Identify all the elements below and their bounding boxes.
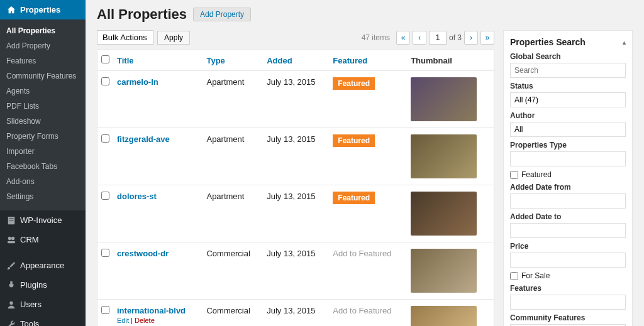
submenu-item[interactable]: Community Features [0, 68, 86, 84]
item-count: 47 items [362, 33, 390, 42]
price-select[interactable] [510, 253, 626, 268]
property-added: July 13, 2015 [263, 71, 329, 128]
col-type[interactable]: Type [203, 50, 263, 71]
sidebar-item-users[interactable]: Users [0, 295, 86, 314]
col-title[interactable]: Title [113, 50, 203, 71]
pagination: 47 items « ‹ of 3 › » [362, 31, 494, 45]
row-edit[interactable]: Edit [117, 317, 129, 324]
page-current-input[interactable] [429, 31, 447, 45]
date-to-input[interactable] [510, 223, 626, 238]
brush-icon [5, 261, 18, 270]
property-title-link[interactable]: carmelo-ln [117, 77, 158, 87]
row-checkbox[interactable] [101, 192, 109, 200]
row-checkbox[interactable] [101, 249, 109, 257]
submenu-item[interactable]: Settings [0, 189, 86, 204]
status-select[interactable]: All (47) [510, 92, 626, 107]
sidebar-item-label: Tools [20, 319, 39, 326]
status-label: Status [510, 82, 626, 90]
property-type: Apartment [203, 185, 263, 242]
submenu-item[interactable]: Agents [0, 84, 86, 99]
table-row: international-blvdEdit | DeleteCommercia… [97, 300, 494, 327]
admin-sidebar: Properties All PropertiesAdd PropertyFea… [0, 0, 86, 326]
date-from-input[interactable] [510, 193, 626, 209]
page-title: All Properties [97, 6, 187, 23]
sidebar-submenu: All PropertiesAdd PropertyFeaturesCommun… [0, 19, 86, 210]
price-label: Price [510, 242, 626, 251]
property-title-link[interactable]: international-blvd [117, 306, 186, 315]
svg-point-6 [9, 301, 13, 304]
add-to-featured-link[interactable]: Add to Featured [333, 249, 391, 258]
add-property-button[interactable]: Add Property [193, 8, 251, 21]
thumbnail-image [411, 306, 477, 326]
sidebar-item-appearance[interactable]: Appearance [0, 256, 86, 275]
features-label: Features [510, 284, 626, 293]
featured-badge: Featured [333, 192, 375, 204]
sidebar-item-crm[interactable]: CRM [0, 230, 86, 249]
sidebar-item-properties[interactable]: Properties [0, 0, 86, 19]
property-added: July 13, 2015 [263, 185, 329, 242]
property-title-link[interactable]: dolores-st [117, 192, 157, 201]
global-search-input[interactable] [510, 63, 626, 78]
row-checkbox[interactable] [101, 306, 109, 314]
property-title-link[interactable]: fitzgerald-ave [117, 134, 170, 144]
wrench-icon [5, 320, 18, 327]
submenu-item[interactable]: Features [0, 53, 86, 68]
submenu-item[interactable]: All Properties [0, 23, 86, 38]
table-row: carmelo-lnApartmentJuly 13, 2015Featured [97, 71, 494, 128]
row-checkbox[interactable] [101, 77, 109, 85]
table-row: dolores-stApartmentJuly 13, 2015Featured [97, 185, 494, 242]
property-type: Commercial [203, 242, 263, 300]
col-featured[interactable]: Featured [329, 50, 407, 71]
user-icon [5, 300, 18, 309]
thumbnail-image [411, 249, 477, 293]
sidebar-item-plugins[interactable]: Plugins [0, 275, 86, 295]
page-next-button[interactable]: › [464, 31, 478, 45]
col-added[interactable]: Added [263, 50, 329, 71]
bulk-actions-select[interactable]: Bulk Actions [97, 30, 153, 45]
add-to-featured-link[interactable]: Add to Featured [333, 306, 391, 315]
submenu-item[interactable]: Property Forms [0, 129, 86, 144]
community-label: Community Features [510, 313, 626, 322]
property-type: Apartment [203, 128, 263, 185]
select-all-checkbox[interactable] [101, 55, 109, 63]
submenu-item[interactable]: Slideshow [0, 114, 86, 129]
submenu-item[interactable]: Facebook Tabs [0, 159, 86, 174]
submenu-item[interactable]: PDF Lists [0, 99, 86, 114]
sidebar-item-label: WP-Invoice [20, 215, 62, 225]
sidebar-item-label: CRM [20, 235, 39, 244]
for-sale-checkbox[interactable] [510, 272, 518, 280]
plug-icon [5, 281, 18, 290]
sidebar-item-label: Appearance [20, 261, 64, 270]
svg-rect-1 [9, 218, 14, 219]
global-search-label: Global Search [510, 52, 626, 61]
apply-button[interactable]: Apply [157, 31, 190, 45]
row-delete[interactable]: Delete [135, 317, 155, 324]
property-added: July 13, 2015 [263, 300, 329, 327]
collapse-icon[interactable]: ▴ [623, 39, 626, 46]
invoice-icon [5, 216, 18, 225]
type-label: Properties Type [510, 141, 626, 149]
type-select[interactable] [510, 151, 626, 166]
page-total-label: of 3 [449, 33, 462, 42]
home-icon [5, 6, 18, 14]
featured-checkbox[interactable] [510, 171, 518, 179]
property-type: Apartment [203, 71, 263, 128]
submenu-item[interactable]: Add-ons [0, 174, 86, 189]
submenu-item[interactable]: Add Property [0, 38, 86, 53]
svg-rect-2 [9, 220, 14, 220]
property-title-link[interactable]: crestwood-dr [117, 249, 169, 258]
sidebar-item-tools[interactable]: Tools [0, 314, 86, 326]
author-label: Author [510, 111, 626, 120]
author-select[interactable]: All [510, 122, 626, 137]
page-last-button[interactable]: » [480, 31, 494, 45]
crm-icon [5, 236, 18, 244]
for-sale-label: For Sale [521, 271, 550, 280]
page-first-button[interactable]: « [396, 31, 410, 45]
features-input[interactable] [510, 295, 626, 310]
search-title: Properties Search [510, 37, 586, 47]
row-checkbox[interactable] [101, 134, 109, 143]
sidebar-item-wp-invoice[interactable]: WP-Invoice [0, 210, 86, 230]
col-thumbnail: Thumbnail [407, 50, 494, 71]
page-prev-button[interactable]: ‹ [413, 31, 426, 45]
submenu-item[interactable]: Importer [0, 144, 86, 159]
